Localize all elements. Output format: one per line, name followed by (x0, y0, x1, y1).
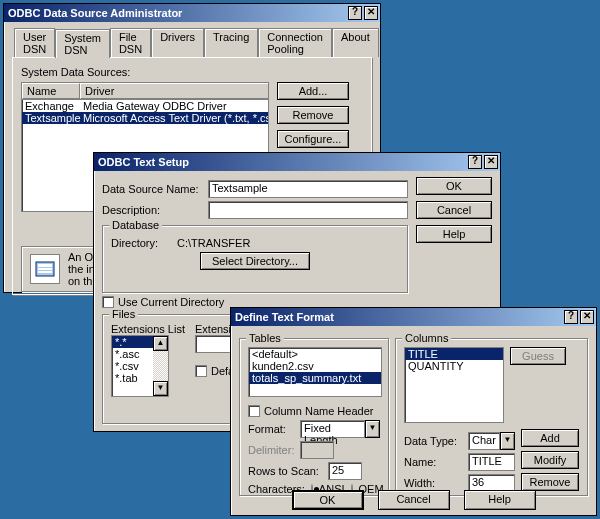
tab-system-dsn[interactable]: System DSN (55, 29, 110, 58)
tab-tracing[interactable]: Tracing (204, 28, 258, 57)
columns-group-label: Columns (402, 332, 451, 344)
svg-rect-2 (38, 268, 52, 270)
data-type-select[interactable]: Char ▼ (468, 432, 515, 450)
close-title-button[interactable]: ✕ (580, 310, 594, 324)
tab-drivers[interactable]: Drivers (151, 28, 204, 57)
scrollbar[interactable]: ▲ ▼ (153, 336, 168, 396)
tab-strip: User DSN System DSN File DSN Drivers Tra… (14, 28, 372, 57)
window-title: Define Text Format (235, 311, 564, 323)
column-name-header-checkbox[interactable]: Column Name Header (248, 405, 380, 417)
cancel-button[interactable]: Cancel (378, 490, 450, 510)
window-title: ODBC Text Setup (98, 156, 468, 168)
tab-about[interactable]: About (332, 28, 379, 57)
dsn-label: Data Source Name: (102, 183, 202, 195)
chevron-down-icon[interactable]: ▼ (365, 420, 380, 438)
files-group-label: Files (109, 308, 138, 320)
close-title-button[interactable]: ✕ (364, 6, 378, 20)
database-group-label: Database (109, 219, 162, 231)
close-title-button[interactable]: ✕ (484, 155, 498, 169)
select-directory-button[interactable]: Select Directory... (200, 252, 310, 270)
name-label: Name: (404, 456, 462, 468)
modify-column-button[interactable]: Modify (521, 451, 579, 469)
col-name[interactable]: Name (22, 83, 80, 99)
dsn-row[interactable]: ExchangeMedia Gateway ODBC Driver (22, 100, 269, 112)
name-input[interactable]: TITLE (468, 453, 515, 471)
list-item[interactable]: *.csv (112, 360, 153, 372)
list-item[interactable]: *.tab (112, 372, 153, 384)
list-item[interactable]: QUANTITY (405, 360, 503, 372)
titlebar[interactable]: ODBC Text Setup ? ✕ (94, 153, 500, 171)
scroll-down-icon[interactable]: ▼ (153, 381, 168, 396)
rows-to-scan-input[interactable]: 25 (328, 462, 362, 480)
checkbox-icon (102, 296, 114, 308)
dsn-input[interactable]: Textsample (208, 180, 408, 198)
tab-file-dsn[interactable]: File DSN (110, 28, 151, 57)
svg-rect-1 (38, 264, 52, 267)
help-button[interactable]: Help (416, 225, 492, 243)
tables-list[interactable]: <default> kunden2.csv totals_sp_summary.… (248, 347, 382, 397)
col-driver[interactable]: Driver (80, 83, 269, 99)
dsn-row[interactable]: TextsampleMicrosoft Access Text Driver (… (22, 112, 269, 124)
list-item[interactable]: totals_sp_summary.txt (249, 372, 381, 384)
window-title: ODBC Data Source Administrator (8, 7, 348, 19)
ok-button[interactable]: OK (292, 490, 364, 510)
checkbox-icon (248, 405, 260, 417)
columns-list[interactable]: TITLE QUANTITY (404, 347, 504, 423)
titlebar[interactable]: Define Text Format ? ✕ (231, 308, 596, 326)
data-type-label: Data Type: (404, 435, 462, 447)
ok-button[interactable]: OK (416, 177, 492, 195)
chevron-down-icon[interactable]: ▼ (500, 432, 515, 450)
add-button[interactable]: Add... (277, 82, 349, 100)
directory-label: Directory: (111, 237, 171, 249)
guess-button[interactable]: Guess (510, 347, 566, 365)
help-title-button[interactable]: ? (468, 155, 482, 169)
tables-group-label: Tables (246, 332, 284, 344)
list-item[interactable]: kunden2.csv (249, 360, 381, 372)
scroll-up-icon[interactable]: ▲ (153, 336, 168, 351)
remove-column-button[interactable]: Remove (521, 473, 579, 491)
list-item[interactable]: TITLE (405, 348, 503, 360)
delimiter-label: Delimiter: (248, 444, 294, 456)
format-select[interactable]: Fixed Length ▼ (300, 420, 380, 438)
svg-rect-3 (38, 271, 52, 273)
define-text-format-window: Define Text Format ? ✕ Tables <default> … (230, 307, 597, 516)
list-item[interactable]: *.* (112, 336, 153, 348)
system-data-sources-label: System Data Sources: (21, 66, 363, 78)
help-title-button[interactable]: ? (348, 6, 362, 20)
tab-user-dsn[interactable]: User DSN (14, 28, 55, 57)
tab-connection-pooling[interactable]: Connection Pooling (258, 28, 332, 57)
description-label: Description: (102, 204, 202, 216)
configure-button[interactable]: Configure... (277, 130, 349, 148)
remove-button[interactable]: Remove (277, 106, 349, 124)
delimiter-input (300, 441, 334, 459)
list-item[interactable]: <default> (249, 348, 381, 360)
description-input[interactable] (208, 201, 408, 219)
list-item[interactable]: *.asc (112, 348, 153, 360)
titlebar[interactable]: ODBC Data Source Administrator ? ✕ (4, 4, 380, 22)
odbc-icon (30, 254, 60, 284)
rows-to-scan-label: Rows to Scan: (248, 465, 322, 477)
add-column-button[interactable]: Add (521, 429, 579, 447)
extensions-list-label: Extensions List (111, 323, 185, 335)
help-title-button[interactable]: ? (564, 310, 578, 324)
directory-value: C:\TRANSFER (177, 237, 250, 249)
width-label: Width: (404, 477, 462, 489)
checkbox-icon (195, 365, 207, 377)
format-label: Format: (248, 423, 294, 435)
cancel-button[interactable]: Cancel (416, 201, 492, 219)
help-button[interactable]: Help (464, 490, 536, 510)
extensions-list[interactable]: *.* *.asc *.csv *.tab ▲ ▼ (111, 335, 169, 397)
